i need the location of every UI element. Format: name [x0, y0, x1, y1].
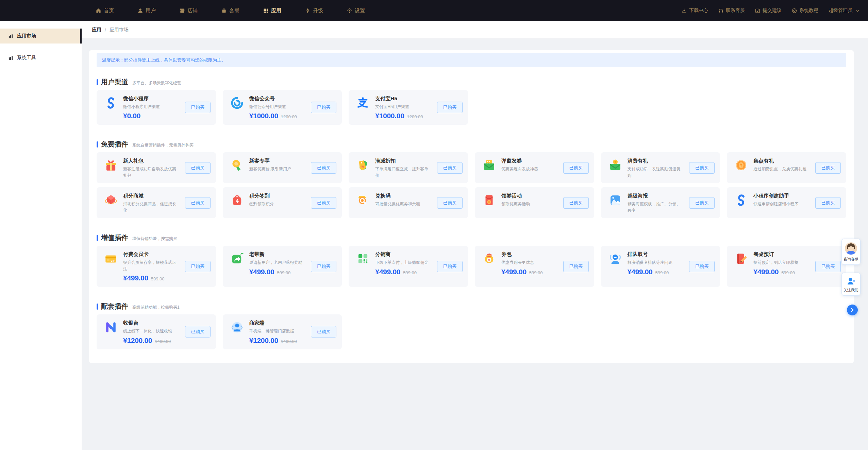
- app-card[interactable]: 新客专享新客优惠价,吸引新用户已购买: [223, 152, 342, 183]
- sidebar-item-label: 应用市场: [17, 33, 36, 39]
- app-title: 微信小程序: [123, 96, 180, 102]
- purchased-button[interactable]: 已购买: [185, 326, 211, 338]
- app-card[interactable]: 新人礼包新客注册成功后自动发放优惠礼包已购买: [97, 152, 216, 183]
- app-card[interactable]: 支付宝H5支付宝H5用户渠道¥1000.001200.00已购买: [349, 90, 468, 125]
- purchased-button[interactable]: 已购买: [563, 261, 589, 272]
- app-description: 手机端一键管理门店数据: [249, 328, 306, 334]
- price-original: 599.00: [781, 270, 795, 275]
- vip-card-icon: VIP: [103, 251, 118, 266]
- app-card[interactable]: 积分签到签到领取积分已购买: [223, 187, 342, 218]
- app-card[interactable]: 商家端手机端一键管理门店数据¥1200.001400.00已购买: [223, 314, 342, 349]
- follow-label: 关注我们: [844, 288, 858, 293]
- sidebar-item-label: 系统工具: [17, 55, 36, 61]
- market-icon: [8, 34, 13, 39]
- page-layout: 应用市场系统工具 应用 / 应用市场 温馨提示：部分插件暂未上线，具体以套餐可勾…: [0, 21, 868, 450]
- customer-service-widget[interactable]: 咨询客服: [841, 239, 861, 265]
- wechat-miniprogram-icon: [103, 96, 118, 110]
- purchased-button[interactable]: 已购买: [437, 102, 463, 113]
- nav-item-apps[interactable]: 应用: [263, 7, 281, 14]
- app-card[interactable]: 小程序创建助手快速申请创建店铺小程序已购买: [727, 187, 846, 218]
- app-card[interactable]: 老带新邀请新用户，老用户获得奖励¥499.00599.00已购买: [223, 246, 342, 287]
- purchased-button[interactable]: 已购买: [437, 162, 463, 174]
- breadcrumb-separator: /: [105, 27, 106, 33]
- topnav-support[interactable]: 联系客服: [718, 7, 745, 14]
- app-card[interactable]: 分销商下级下单支付，上级赚取佣金¥499.00599.00已购买: [349, 246, 468, 287]
- price-row: ¥1200.001400.00: [123, 336, 180, 345]
- topnav-account[interactable]: 超级管理员: [829, 7, 860, 14]
- nav-item-shops[interactable]: 店铺: [180, 7, 198, 14]
- section-subtitle: 系统自带营销插件，无需另外购买: [132, 142, 194, 149]
- purchased-button[interactable]: 已购买: [815, 197, 841, 209]
- app-title: 领券活动: [501, 193, 558, 199]
- nav-item-upgrade[interactable]: 升级: [305, 7, 323, 14]
- miniprogram-helper-icon: [734, 193, 749, 208]
- purchased-button[interactable]: 已购买: [311, 326, 336, 338]
- app-title: 排队取号: [628, 251, 684, 258]
- sidebar-item-app-market[interactable]: 应用市场: [0, 29, 82, 44]
- purchased-button[interactable]: 已购买: [689, 197, 715, 209]
- topnav-download[interactable]: 下载中心: [682, 7, 708, 14]
- redeem-code-icon: [355, 193, 370, 208]
- app-card[interactable]: 微信公众号微信公众号用户渠道¥1000.001200.00已购买: [223, 90, 342, 125]
- expand-button[interactable]: [847, 305, 858, 315]
- nav-item-label: 首页: [104, 7, 114, 14]
- purchased-button[interactable]: 已购买: [311, 261, 336, 272]
- purchased-button[interactable]: 已购买: [689, 261, 715, 272]
- purchased-button[interactable]: 已购买: [437, 197, 463, 209]
- purchased-button[interactable]: 已购买: [185, 102, 211, 113]
- app-card[interactable]: 集点有礼通过消费集点，兑换优惠礼包已购买: [727, 152, 846, 183]
- app-title: 满减折扣: [375, 158, 432, 164]
- nav-item-settings[interactable]: 设置: [347, 7, 365, 14]
- app-card[interactable]: 积分商城消耗积分兑换商品，促进成长化已购买: [97, 187, 216, 218]
- app-card[interactable]: 收银台线上线下一体化，快速收银¥1200.001400.00已购买: [97, 314, 216, 349]
- section-2: 免费插件系统自带营销插件，无需另外购买新人礼包新客注册成功后自动发放优惠礼包已购…: [97, 140, 846, 218]
- nav-item-users[interactable]: 用户: [138, 7, 156, 14]
- app-card[interactable]: 餐桌预订提前预定，到店立即就餐¥499.00599.00已购买: [727, 246, 846, 287]
- medal-icon: [230, 158, 245, 173]
- purchased-button[interactable]: 已购买: [815, 162, 841, 174]
- purchased-button[interactable]: 已购买: [311, 197, 336, 209]
- purchased-button[interactable]: 已购买: [185, 162, 211, 174]
- headset-icon: [718, 8, 723, 13]
- content-area: 温馨提示：部分插件暂未上线，具体以套餐可勾选的权限为主。 用户渠道多平台、多场景…: [82, 39, 868, 450]
- section-4: 配套插件高级辅助功能，按需购买1收银台线上线下一体化，快速收银¥1200.001…: [97, 302, 846, 349]
- app-title: 券包: [501, 251, 558, 258]
- price-row: ¥1000.001200.00: [249, 112, 306, 120]
- purchased-button[interactable]: 已购买: [185, 197, 211, 209]
- settings-icon: [347, 8, 352, 13]
- nav-item-label: 套餐: [229, 7, 239, 14]
- purchased-button[interactable]: 已购买: [563, 162, 589, 174]
- topnav-feedback[interactable]: 提交建议: [755, 7, 782, 14]
- app-card[interactable]: VIP付费会员卡提升会员留存率，解锁花式玩法¥499.00599.00已购买: [97, 246, 216, 287]
- purchased-button[interactable]: 已购买: [185, 261, 211, 272]
- app-card[interactable]: 兑换码可批量兑换优惠券和余额已购买: [349, 187, 468, 218]
- app-card[interactable]: 消费有礼支付成功后，发送奖励促进复购已购买: [601, 152, 720, 183]
- app-card[interactable]: 微信小程序微信小程序用户渠道¥0.00已购买: [97, 90, 216, 125]
- price-original: 1200.00: [407, 114, 423, 119]
- card-grid: 新人礼包新客注册成功后自动发放优惠礼包已购买新客专享新客优惠价,吸引新用户已购买…: [97, 152, 846, 218]
- price-current: ¥1200.00: [123, 336, 152, 345]
- price-original: 1400.00: [281, 339, 297, 344]
- purchased-button[interactable]: 已购买: [437, 261, 463, 272]
- service-avatar: [845, 242, 857, 255]
- app-card[interactable]: 排队取号解决消费者排队等座问题¥499.00599.00已购买: [601, 246, 720, 287]
- purchased-button[interactable]: 已购买: [563, 197, 589, 209]
- app-card[interactable]: ¥券包优惠券购买更优惠¥499.00599.00已购买: [475, 246, 594, 287]
- purchased-button[interactable]: 已购买: [311, 162, 336, 174]
- sidebar-item-system-tools[interactable]: 系统工具: [0, 50, 82, 65]
- nav-item-packages[interactable]: 套餐: [221, 7, 239, 14]
- app-card[interactable]: 领券活动领取优惠券活动已购买: [475, 187, 594, 218]
- breadcrumb-root[interactable]: 应用: [92, 27, 101, 33]
- purchased-button[interactable]: 已购买: [689, 162, 715, 174]
- section-subtitle: 多平台、多场景数字化经营: [132, 80, 181, 87]
- topnav-tutorial[interactable]: 系统教程: [792, 7, 818, 14]
- follow-us-widget[interactable]: 关注我们: [841, 273, 861, 296]
- app-card[interactable]: 弹窗发券优惠券定向发放神器已购买: [475, 152, 594, 183]
- app-card[interactable]: 超级海报精美海报模板，推广、分销、裂变已购买: [601, 187, 720, 218]
- nav-item-home[interactable]: 首页: [96, 7, 114, 14]
- purchased-button[interactable]: 已购买: [815, 261, 841, 272]
- table-booking-icon: [734, 251, 749, 266]
- app-card[interactable]: %满减折扣下单满足门槛立减，提升客单价已购买: [349, 152, 468, 183]
- purchased-button[interactable]: 已购买: [311, 102, 336, 113]
- gift-icon: [103, 158, 118, 173]
